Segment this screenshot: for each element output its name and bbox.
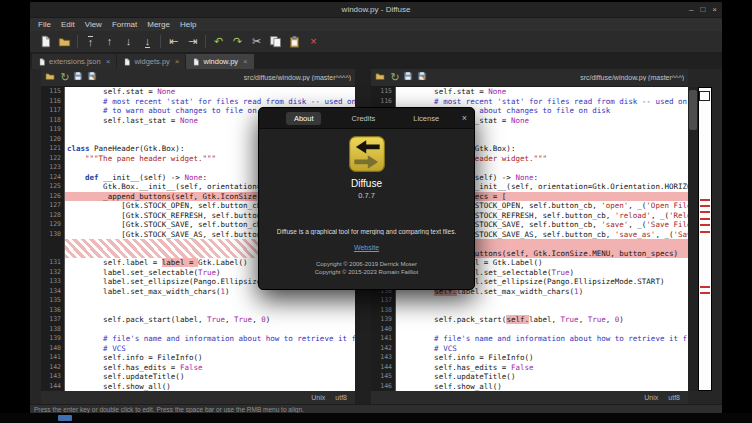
line-number: 134 — [41, 287, 61, 297]
menu-item-file[interactable]: File — [33, 20, 56, 29]
pane-open-button[interactable] — [45, 72, 57, 84]
pane-save-as-button[interactable] — [87, 72, 99, 84]
pane-save-as-button[interactable] — [417, 72, 429, 84]
code-line[interactable]: # VCS — [65, 344, 355, 354]
dialog-tab-license[interactable]: License — [405, 112, 447, 125]
taskbar-item[interactable] — [58, 415, 72, 421]
line-number: 139 — [41, 334, 61, 344]
copy-selection-left-button[interactable]: ⇤ — [164, 33, 183, 51]
menu-item-format[interactable]: Format — [107, 20, 142, 29]
next-difference-button[interactable]: ↓ — [119, 33, 138, 51]
tab-widgets-py[interactable]: widgets.py× — [117, 54, 185, 69]
tab-close-icon[interactable]: × — [175, 57, 180, 66]
previous-difference-button[interactable]: ↑ — [100, 33, 119, 51]
left-pane-header: ↻ src/diffuse/window.py (master^^^^) — [41, 69, 355, 87]
code-line[interactable]: self.show_all() — [396, 382, 688, 392]
paste-button[interactable] — [285, 33, 304, 51]
code-line[interactable]: # file's name and information about how … — [65, 334, 355, 344]
line-gutter: 1151161171181191201211221231241251261271… — [41, 87, 65, 391]
code-line[interactable]: self.has_edits = False — [396, 363, 688, 373]
code-line[interactable]: self.updateTitle() — [65, 372, 355, 382]
code-line[interactable]: # VCS — [396, 344, 688, 354]
code-line[interactable]: self.pack_start(self.label, True, True, … — [396, 315, 688, 325]
copy-button[interactable] — [266, 33, 285, 51]
about-dialog-body: Diffuse 0.7.7 Diffuse is a graphical too… — [259, 129, 474, 289]
line-ending-indicator: Unix — [311, 394, 325, 401]
menu-item-view[interactable]: View — [80, 20, 107, 29]
window-controls: –□× — [689, 2, 717, 18]
app-name: Diffuse — [351, 178, 382, 189]
code-line[interactable] — [396, 296, 688, 306]
pane-open-button[interactable] — [375, 72, 387, 84]
file-icon — [123, 58, 131, 66]
desktop: window.py - Diffuse –□× FileEditViewForm… — [0, 0, 752, 423]
tab-window-py[interactable]: window.py× — [186, 54, 253, 69]
line-number: 128 — [41, 211, 61, 221]
close-button[interactable]: × — [712, 6, 717, 14]
tab-extensions-json[interactable]: extensions.json× — [32, 54, 116, 69]
code-line[interactable]: self.has_edits = False — [65, 363, 355, 373]
line-number: 119 — [41, 125, 61, 135]
line-number: 142 — [41, 363, 61, 373]
line-number: 131 — [41, 258, 61, 268]
dialog-tab-about[interactable]: About — [286, 112, 322, 125]
first-difference-button[interactable]: ↑ — [81, 33, 100, 51]
scrollbar-thumb[interactable] — [689, 90, 697, 130]
tab-close-icon[interactable]: × — [106, 57, 111, 66]
code-line[interactable] — [396, 306, 688, 316]
code-line[interactable] — [65, 296, 355, 306]
cut-button[interactable]: ✂ — [247, 33, 266, 51]
line-number: 144 — [371, 363, 392, 373]
code-line[interactable]: # most recent 'stat' for files read from… — [65, 97, 355, 107]
reload-icon: ↻ — [60, 72, 69, 83]
code-line[interactable]: self.pack_start(label, True, True, 0) — [65, 315, 355, 325]
code-line[interactable] — [65, 325, 355, 335]
tab-close-icon[interactable]: × — [243, 57, 248, 66]
menu-item-merge[interactable]: Merge — [142, 20, 175, 29]
titlebar[interactable]: window.py - Diffuse –□× — [30, 2, 722, 18]
diff-map[interactable] — [698, 87, 712, 391]
vertical-scrollbar[interactable] — [688, 87, 698, 391]
pane-save-button[interactable] — [73, 72, 85, 84]
code-line[interactable] — [65, 306, 355, 316]
code-line[interactable]: self.show_all() — [65, 382, 355, 392]
clear-edits-icon: × — [310, 36, 316, 47]
copy-icon — [269, 35, 282, 48]
new-file-button[interactable] — [36, 33, 55, 51]
code-line[interactable] — [396, 325, 688, 335]
line-number: 116 — [371, 97, 392, 107]
open-file-button[interactable] — [55, 33, 74, 51]
last-difference-button[interactable]: ↓ — [138, 33, 157, 51]
right-pane-header: ↻ src/diffuse/window.py (master^^^) — [371, 69, 688, 87]
clear-edits-button[interactable]: × — [304, 33, 323, 51]
code-line[interactable]: # most recent 'stat' for files read from… — [396, 97, 688, 107]
minimize-button[interactable]: – — [689, 6, 693, 14]
menu-item-edit[interactable]: Edit — [56, 20, 80, 29]
diff-mark — [700, 231, 710, 233]
line-number: 143 — [371, 353, 392, 363]
code-line[interactable]: self.stat = None — [65, 87, 355, 97]
diff-mark — [700, 218, 710, 220]
code-line[interactable]: self.updateTitle() — [396, 372, 688, 382]
window-title: window.py - Diffuse — [342, 5, 411, 14]
pane-reload-button[interactable]: ↻ — [389, 72, 401, 84]
diff-mark — [700, 224, 710, 226]
pane-save-button[interactable] — [403, 72, 415, 84]
menu-item-help[interactable]: Help — [175, 20, 201, 29]
code-line[interactable]: # file's name and information about how … — [396, 334, 688, 344]
paste-icon — [288, 35, 301, 48]
maximize-button[interactable]: □ — [700, 6, 705, 14]
redo-button[interactable]: ↷ — [228, 33, 247, 51]
code-line[interactable]: self.info = FileInfo() — [65, 353, 355, 363]
line-number: 115 — [371, 87, 392, 97]
line-number: 122 — [41, 154, 61, 164]
code-line[interactable]: self.info = FileInfo() — [396, 353, 688, 363]
code-line[interactable]: self.stat = None — [396, 87, 688, 97]
website-link[interactable]: Website — [354, 244, 379, 251]
dialog-tab-credits[interactable]: Credits — [343, 112, 383, 125]
line-number: 144 — [41, 382, 61, 392]
pane-reload-button[interactable]: ↻ — [59, 72, 71, 84]
dialog-close-button[interactable]: × — [462, 113, 467, 123]
undo-button[interactable]: ↶ — [209, 33, 228, 51]
copy-selection-right-button[interactable]: ⇥ — [183, 33, 202, 51]
